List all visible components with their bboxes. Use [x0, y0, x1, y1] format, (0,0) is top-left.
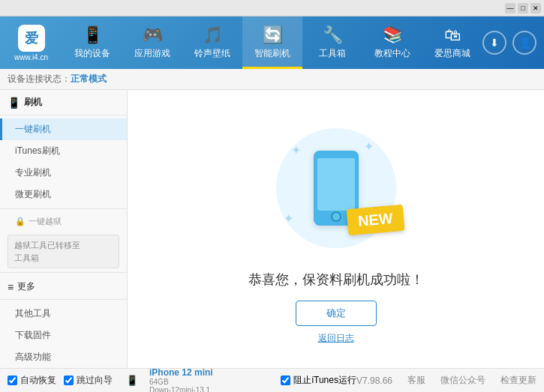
nav-toolbox[interactable]: 🔧 工具箱 [302, 16, 362, 69]
nav-items: 📱 我的设备 🎮 应用游戏 🎵 铃声壁纸 🔄 智能刷机 🔧 工具箱 📚 教程中心… [62, 16, 482, 69]
nav-smart-flash-label: 智能刷机 [254, 47, 290, 60]
sparkle-1: ✦ [291, 143, 301, 157]
sidebar-item-micro[interactable]: 微更刷机 [0, 184, 127, 205]
itunes-bar: 阻止iTunes运行 [281, 374, 356, 387]
sidebar-flash-label: 刷机 [24, 96, 42, 109]
device-storage: 64GB [149, 378, 213, 386]
lock-label: 一键越狱 [29, 216, 62, 227]
phone-screen [317, 158, 355, 211]
sidebar-item-download-firmware[interactable]: 下载固件 [0, 325, 127, 346]
divider-4 [0, 299, 127, 300]
nav-shop-label: 爱思商城 [434, 47, 470, 60]
skip-wizard-checkbox[interactable]: 跳过向导 [64, 374, 113, 387]
new-badge: NEW [346, 205, 404, 235]
success-illustration: ✦ ✦ ✦ NEW [261, 113, 411, 263]
footer-left: 自动恢复 跳过向导 📱 iPhone 12 mini 64GB Down-12m… [8, 367, 356, 393]
lock-icon: 🔒 [15, 217, 26, 226]
status-value: 正常模式 [71, 73, 107, 85]
nav-apps-label: 应用游戏 [134, 47, 170, 60]
shop-icon: 🛍 [444, 25, 461, 45]
flash-section-icon: 📱 [8, 97, 20, 109]
block-itunes-checkbox[interactable] [281, 376, 290, 385]
logo-char: 爱 [25, 29, 38, 47]
jailbreak-info-text: 越狱工具已转移至工具箱 [14, 241, 80, 262]
smart-flash-icon: 🔄 [263, 25, 283, 45]
more-icon: ≡ [8, 281, 14, 293]
divider-1 [0, 115, 127, 115]
header: 爱 www.i4.cn 📱 我的设备 🎮 应用游戏 🎵 铃声壁纸 🔄 智能刷机 … [0, 16, 544, 69]
statusbar: 设备连接状态： 正常模式 [0, 69, 544, 90]
content-area: ✦ ✦ ✦ NEW 恭喜您，保资料刷机成功啦！ 确定 返回日志 [128, 90, 544, 368]
account-button[interactable]: 👤 [512, 31, 536, 55]
device-icon: 📱 [83, 25, 103, 45]
auto-restore-label: 自动恢复 [20, 374, 56, 387]
jailbreak-info-box: 越狱工具已转移至工具箱 [8, 235, 119, 268]
sidebar-item-itunes[interactable]: iTunes刷机 [0, 140, 127, 162]
nav-toolbox-label: 工具箱 [319, 47, 346, 60]
device-name: iPhone 12 mini [149, 367, 213, 378]
device-details: iPhone 12 mini 64GB Down-12mini-13,1 [149, 367, 213, 393]
footer-right: V7.98.66 客服 微信公众号 检查更新 [356, 374, 536, 387]
nav-smart-flash[interactable]: 🔄 智能刷机 [242, 16, 302, 69]
wechat-link[interactable]: 微信公众号 [440, 374, 485, 387]
maximize-button[interactable]: □ [518, 3, 528, 13]
device-phone-icon: 📱 [126, 375, 138, 386]
device-model: Down-12mini-13,1 [149, 386, 213, 393]
nav-tutorials-label: 教程中心 [374, 47, 410, 60]
auto-restore-input[interactable] [8, 376, 17, 385]
sparkle-3: ✦ [284, 211, 293, 226]
logo-area: 爱 www.i4.cn [0, 16, 62, 69]
sidebar-item-advanced[interactable]: 高级功能 [0, 346, 127, 368]
nav-shop[interactable]: 🛍 爱思商城 [422, 16, 482, 69]
sidebar-lock-jailbreak: 🔒 一键越狱 [0, 212, 127, 231]
sidebar: 📱 刷机 一键刷机 iTunes刷机 专业刷机 微更刷机 🔒 一键越狱 越狱工具… [0, 90, 128, 368]
confirm-button[interactable]: 确定 [296, 301, 377, 326]
update-link[interactable]: 检查更新 [500, 374, 536, 387]
service-link[interactable]: 客服 [407, 374, 425, 387]
logo-icon: 爱 [18, 25, 45, 52]
version-label: V7.98.66 [356, 376, 392, 386]
ringtones-icon: 🎵 [203, 25, 223, 45]
status-label: 设备连接状态： [8, 73, 71, 85]
toolbox-icon: 🔧 [323, 25, 343, 45]
back-to-log-link[interactable]: 返回日志 [318, 332, 354, 345]
nav-tutorials[interactable]: 📚 教程中心 [362, 16, 422, 69]
footer: 自动恢复 跳过向导 📱 iPhone 12 mini 64GB Down-12m… [0, 368, 544, 392]
download-button[interactable]: ⬇ [482, 31, 506, 55]
divider-3 [0, 272, 127, 273]
main: 📱 刷机 一键刷机 iTunes刷机 专业刷机 微更刷机 🔒 一键越狱 越狱工具… [0, 90, 544, 368]
auto-restore-checkbox[interactable]: 自动恢复 [8, 374, 56, 387]
apps-icon: 🎮 [143, 25, 163, 45]
nav-ringtones-label: 铃声壁纸 [194, 47, 230, 60]
skip-wizard-label: 跳过向导 [77, 374, 113, 387]
sidebar-more-label: 更多 [17, 280, 35, 293]
nav-my-device[interactable]: 📱 我的设备 [62, 16, 122, 69]
sidebar-item-professional[interactable]: 专业刷机 [0, 162, 127, 184]
device-info: 📱 iPhone 12 mini 64GB Down-12mini-13,1 [126, 367, 213, 393]
nav-actions: ⬇ 👤 [482, 31, 544, 55]
nav-apps[interactable]: 🎮 应用游戏 [122, 16, 182, 69]
phone-home-button [331, 211, 341, 222]
phone-circle-bg: ✦ ✦ ✦ NEW [276, 128, 396, 248]
close-button[interactable]: ✕ [530, 3, 541, 13]
logo-text: www.i4.cn [14, 53, 48, 61]
tutorials-icon: 📚 [383, 25, 403, 45]
success-message: 恭喜您，保资料刷机成功啦！ [248, 271, 424, 289]
sparkle-2: ✦ [364, 139, 374, 154]
nav-ringtones[interactable]: 🎵 铃声壁纸 [182, 16, 242, 69]
titlebar: — □ ✕ [0, 0, 544, 16]
sidebar-item-one-click[interactable]: 一键刷机 [0, 118, 127, 140]
divider-2 [0, 208, 127, 209]
sidebar-flash-header: 📱 刷机 [0, 90, 127, 112]
block-itunes-label: 阻止iTunes运行 [293, 374, 356, 387]
sidebar-item-other-tools[interactable]: 其他工具 [0, 303, 127, 325]
minimize-button[interactable]: — [505, 3, 515, 13]
skip-wizard-input[interactable] [64, 376, 74, 385]
nav-my-device-label: 我的设备 [74, 47, 110, 60]
sidebar-more-header: ≡ 更多 [0, 276, 127, 296]
